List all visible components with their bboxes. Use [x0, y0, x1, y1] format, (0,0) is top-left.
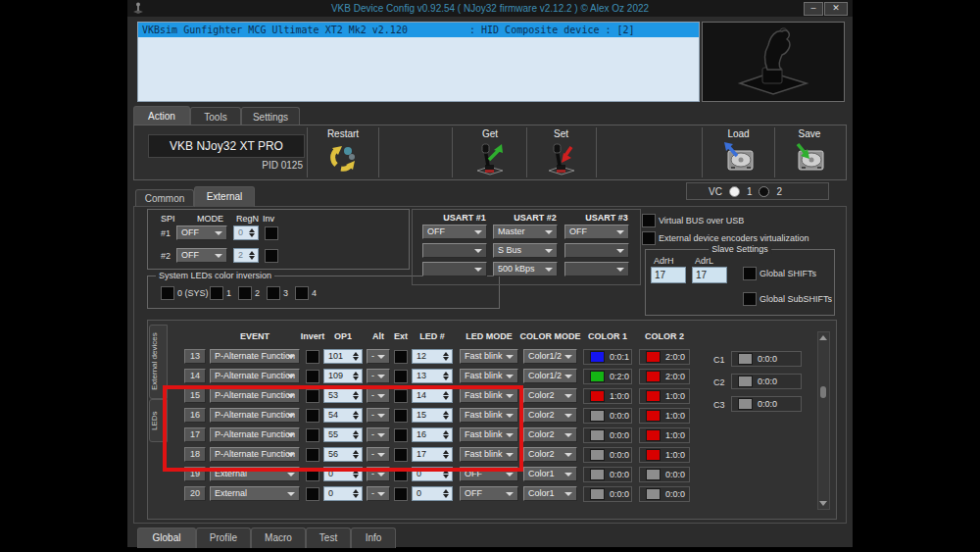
adrh-field[interactable]: 17 [651, 267, 686, 283]
color2-cell[interactable]: 2:0:0 [639, 369, 690, 384]
save-button[interactable]: Save [775, 127, 844, 177]
alt-dropdown[interactable]: - [367, 349, 390, 364]
tab-common[interactable]: Common [135, 189, 194, 207]
led-mode-dropdown[interactable]: Fast blink [460, 349, 518, 364]
op1-spinner[interactable]: 0 [323, 486, 363, 501]
device-list-item[interactable]: VKBsim Gunfighter MCG Ultimate XT2 Mk2 v… [138, 23, 699, 37]
table-scrollbar[interactable] [817, 331, 830, 510]
color2-cell[interactable]: 2:0:0 [639, 349, 690, 365]
c2-cell[interactable]: 0:0:0 [731, 374, 802, 389]
color2-cell[interactable]: 1:0:0 [639, 427, 690, 443]
alt-dropdown[interactable]: - [367, 467, 390, 481]
color1-cell[interactable]: 0:0:0 [583, 447, 632, 463]
spi-2-mode-dropdown[interactable]: OFF [176, 248, 227, 263]
color1-cell[interactable]: 0:0:0 [583, 427, 632, 443]
scrollbar-thumb[interactable] [820, 386, 826, 398]
led-mode-dropdown[interactable]: OFF [460, 467, 518, 481]
color2-cell[interactable]: 0:0:0 [639, 467, 690, 482]
ext-checkbox[interactable] [394, 409, 408, 423]
color1-cell[interactable]: 0:2:0 [583, 369, 632, 384]
color-mode-dropdown[interactable]: Color2 [523, 427, 577, 442]
op1-spinner[interactable]: 53 [323, 388, 363, 403]
invert-checkbox[interactable] [306, 350, 319, 364]
sys-led-0-checkbox[interactable] [161, 286, 174, 300]
usart1-option-dropdown[interactable] [422, 243, 487, 258]
ext-checkbox[interactable] [394, 487, 408, 501]
invert-checkbox[interactable] [306, 487, 319, 501]
ext-checkbox[interactable] [394, 468, 408, 481]
ext-checkbox[interactable] [394, 389, 408, 403]
usart2-speed-dropdown[interactable]: 500 kBps [493, 262, 558, 276]
led-mode-dropdown[interactable]: Fast blink [460, 408, 518, 423]
alt-dropdown[interactable]: - [367, 369, 390, 383]
op1-spinner[interactable]: 109 [323, 369, 363, 383]
led-mode-dropdown[interactable]: Fast blink [460, 369, 518, 383]
adrl-field[interactable]: 17 [692, 267, 727, 283]
color-mode-dropdown[interactable]: Color1 [523, 486, 577, 501]
scroll-down-arrow[interactable] [818, 499, 827, 508]
spi-2-inv-checkbox[interactable] [265, 249, 278, 263]
usart3-option-dropdown[interactable] [564, 243, 629, 258]
led-number-spinner[interactable]: 15 [412, 408, 453, 423]
led-mode-dropdown[interactable]: OFF [460, 486, 518, 501]
usart2-mode-dropdown[interactable]: Master [493, 225, 558, 239]
vc-radio-1[interactable] [729, 186, 740, 197]
led-number-spinner[interactable]: 0 [412, 467, 453, 481]
get-button[interactable]: Get [454, 127, 526, 177]
op1-spinner[interactable]: 56 [323, 447, 363, 462]
close-button[interactable]: ✕ [824, 2, 848, 16]
event-dropdown[interactable]: P-Alternate Function [210, 408, 300, 423]
invert-checkbox[interactable] [306, 428, 319, 442]
led-number-spinner[interactable]: 12 [412, 349, 453, 364]
c3-cell[interactable]: 0:0:0 [731, 396, 802, 412]
invert-checkbox[interactable] [306, 448, 319, 462]
color1-cell[interactable]: 0:0:0 [583, 408, 632, 424]
invert-checkbox[interactable] [306, 409, 319, 423]
side-tab-leds[interactable]: LEDs [149, 399, 168, 442]
color-mode-dropdown[interactable]: Color2 [523, 447, 577, 462]
sys-led-3-checkbox[interactable] [267, 286, 280, 300]
tab-action[interactable]: Action [133, 106, 190, 125]
set-button[interactable]: Set [526, 127, 596, 177]
side-tab-external-devices[interactable]: External devices [149, 325, 168, 399]
alt-dropdown[interactable]: - [367, 447, 390, 462]
color-mode-dropdown[interactable]: Color2 [523, 408, 577, 423]
ext-checkbox[interactable] [394, 350, 408, 364]
led-number-spinner[interactable]: 16 [412, 427, 453, 442]
color2-cell[interactable]: 1:0:0 [639, 408, 690, 424]
alt-dropdown[interactable]: - [367, 408, 390, 423]
virtual-bus-checkbox[interactable] [642, 214, 656, 227]
color2-cell[interactable]: 1:0:0 [639, 447, 690, 463]
event-dropdown[interactable]: P-Alternate Function [210, 369, 300, 383]
spi-1-inv-checkbox[interactable] [265, 226, 278, 240]
alt-dropdown[interactable]: - [367, 486, 390, 501]
sys-led-2-checkbox[interactable] [238, 286, 252, 300]
event-dropdown[interactable]: External [210, 486, 300, 501]
tab-profile[interactable]: Profile [196, 527, 251, 548]
ext-checkbox[interactable] [394, 428, 408, 442]
alt-dropdown[interactable]: - [367, 388, 390, 403]
invert-checkbox[interactable] [306, 468, 319, 481]
scroll-up-arrow[interactable] [818, 333, 827, 342]
op1-spinner[interactable]: 0 [323, 467, 363, 481]
led-mode-dropdown[interactable]: Fast blink [460, 447, 518, 462]
color1-cell[interactable]: 0:0:0 [583, 486, 632, 502]
global-subshifts-checkbox[interactable] [743, 292, 757, 306]
tab-global[interactable]: Global [137, 527, 196, 548]
spi-2-regn-spinner[interactable]: 2 [233, 248, 259, 263]
color1-cell[interactable]: 0:0:0 [583, 467, 632, 482]
global-shifts-checkbox[interactable] [743, 267, 757, 280]
sys-led-4-checkbox[interactable] [295, 286, 309, 300]
alt-dropdown[interactable]: - [367, 427, 390, 442]
op1-spinner[interactable]: 55 [323, 427, 363, 442]
usart1-mode-dropdown[interactable]: OFF [422, 225, 487, 239]
color-mode-dropdown[interactable]: Color1 [523, 467, 577, 481]
event-dropdown[interactable]: External [210, 467, 300, 481]
tab-tools[interactable]: Tools [190, 107, 241, 126]
usart3-speed-dropdown[interactable] [564, 262, 629, 276]
usart3-mode-dropdown[interactable]: OFF [564, 225, 629, 239]
color1-cell[interactable]: 0:0:1 [583, 349, 632, 365]
tab-test[interactable]: Test [306, 527, 351, 548]
event-dropdown[interactable]: P-Alternate Function [210, 388, 300, 403]
color2-cell[interactable]: 0:0:0 [639, 486, 690, 502]
